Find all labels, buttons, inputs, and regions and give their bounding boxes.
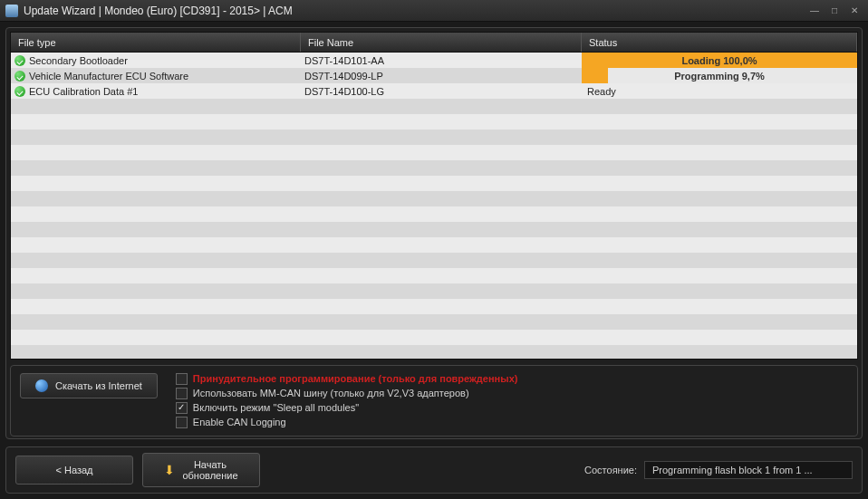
cell-filetype: Vehicle Manufacturer ECU Software <box>11 68 301 83</box>
start-update-line1: Начать <box>194 459 227 470</box>
options-panel: Скачать из Internet Принудительное прогр… <box>10 365 858 437</box>
cell-filetype: ECU Calibration Data #1 <box>11 83 301 99</box>
window-title: Update Wizard | Mondeo (Euro) [CD391] - … <box>24 5 806 17</box>
option-label: Принудительное программирование (только … <box>193 373 518 384</box>
globe-icon <box>35 379 48 392</box>
header-filetype[interactable]: File type <box>11 33 301 52</box>
cell-filename: DS7T-14D099-LP <box>301 68 582 83</box>
status-label: Состояние: <box>584 465 637 475</box>
back-button-label: < Назад <box>56 465 93 475</box>
download-arrow-icon: ⬇ <box>164 463 175 477</box>
option-row: Принудительное программирование (только … <box>176 373 518 385</box>
status-field: Programming flash block 1 from 1 ... <box>644 461 853 479</box>
cell-status: Loading 100,0% <box>582 53 857 68</box>
option-row: Enable CAN Logging <box>176 417 518 428</box>
option-label: Использовать MM-CAN шину (только для V2,… <box>193 388 469 398</box>
option-row: Включить режим "Sleep all modules" <box>176 402 518 414</box>
app-icon <box>5 5 18 17</box>
check-icon <box>14 71 25 82</box>
option-checkbox[interactable] <box>176 373 188 385</box>
cell-filename: DS7T-14D101-AA <box>301 53 582 68</box>
table-row[interactable]: Secondary BootloaderDS7T-14D101-AALoadin… <box>11 53 857 68</box>
option-label: Включить режим "Sleep all modules" <box>193 402 359 413</box>
table-row[interactable]: Vehicle Manufacturer ECU SoftwareDS7T-14… <box>11 68 857 83</box>
option-label: Enable CAN Logging <box>193 417 286 427</box>
file-table: File type File Name Status Secondary Boo… <box>10 32 858 360</box>
option-checkbox[interactable] <box>176 402 188 414</box>
download-internet-label: Скачать из Internet <box>55 380 142 391</box>
check-icon <box>14 86 25 97</box>
download-internet-button[interactable]: Скачать из Internet <box>20 373 158 398</box>
minimize-button[interactable]: — <box>806 5 823 17</box>
option-checkbox[interactable] <box>176 417 188 428</box>
option-checkbox[interactable] <box>176 388 188 399</box>
start-update-button[interactable]: ⬇ Начать обновление <box>142 453 260 487</box>
footer-panel: < Назад ⬇ Начать обновление Состояние: P… <box>5 446 863 494</box>
cell-filetype: Secondary Bootloader <box>11 53 301 68</box>
close-button[interactable]: ✕ <box>846 5 863 17</box>
check-icon <box>14 55 25 66</box>
cell-status: Ready <box>582 83 857 99</box>
back-button[interactable]: < Назад <box>15 456 133 485</box>
cell-status: Programming 9,7% <box>582 68 857 83</box>
header-status[interactable]: Status <box>582 33 857 52</box>
header-filename[interactable]: File Name <box>301 33 582 52</box>
maximize-button[interactable]: □ <box>826 5 843 17</box>
titlebar: Update Wizard | Mondeo (Euro) [CD391] - … <box>0 0 868 22</box>
start-update-line2: обновление <box>182 470 237 481</box>
cell-filename: DS7T-14D100-LG <box>301 83 582 99</box>
table-row[interactable]: ECU Calibration Data #1DS7T-14D100-LGRea… <box>11 83 857 99</box>
option-row: Использовать MM-CAN шину (только для V2,… <box>176 388 518 399</box>
